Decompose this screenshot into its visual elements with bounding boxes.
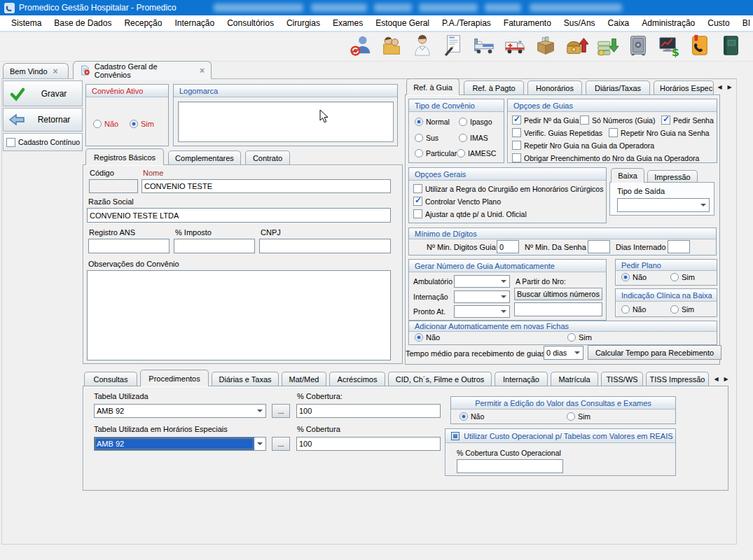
min-senha-input[interactable] <box>588 240 610 253</box>
toolbar-button-phone-book[interactable] <box>687 33 712 58</box>
menu-sistema[interactable]: Sistema <box>5 18 48 28</box>
pedir-plano-sim-radio[interactable]: Sim <box>670 273 695 281</box>
tab-ref-a-guia[interactable]: Ref. à Guia <box>406 78 460 95</box>
tab-scroll-right-icon[interactable]: ▶ <box>725 83 734 92</box>
indicacao-sim-radio[interactable]: Sim <box>670 305 694 314</box>
convenio-ativo-sim-radio[interactable]: Sim <box>130 120 154 128</box>
tab-matricula[interactable]: Matrícula <box>551 372 598 386</box>
tab-diarias-taxas[interactable]: Diárias/Taxas <box>586 80 650 95</box>
ambulatorio-combo[interactable] <box>454 275 510 288</box>
pedir-plano-nao-radio[interactable]: Não <box>621 273 647 281</box>
menu-bi[interactable]: BI <box>736 18 753 28</box>
toolbar-button-expense[interactable] <box>595 33 620 58</box>
pedir-senha-checkbox[interactable]: Pedir Senha <box>661 115 714 125</box>
tabela-especiais-browse-button[interactable]: ... <box>272 437 290 451</box>
tab-procedimentos[interactable]: Procedimentos <box>140 370 209 386</box>
observacoes-textarea[interactable] <box>87 270 391 360</box>
tab-contrato[interactable]: Contrato <box>245 150 290 165</box>
tab-scroll-left-icon[interactable]: ◀ <box>712 374 721 384</box>
tab-acrescimos[interactable]: Acréscimos <box>329 372 385 386</box>
so-numeros-checkbox[interactable]: Só Números (Guia) <box>580 115 655 125</box>
cadastro-continuo-checkbox[interactable]: Cadastro Contínuo <box>3 133 83 151</box>
menu-sus-ans[interactable]: Sus/Ans <box>558 18 602 28</box>
codigo-input[interactable] <box>89 179 138 193</box>
convenio-ativo-nao-radio[interactable]: Não <box>93 120 118 128</box>
toolbar-button-doctor[interactable] <box>410 33 435 58</box>
close-tab-icon[interactable]: × <box>200 66 205 76</box>
tab-registros-basicos[interactable]: Registros Básicos <box>85 148 164 165</box>
tab-impressao[interactable]: Impressão <box>647 170 698 183</box>
menu-internacao[interactable]: Internação <box>168 18 221 28</box>
menu-caixa[interactable]: Caixa <box>602 18 636 28</box>
tab-tiss-impressao[interactable]: TISS Impressão <box>646 372 709 386</box>
menu-consultorios[interactable]: Consultórios <box>221 18 280 28</box>
ajustar-qtde-checkbox[interactable]: Ajustar a qtde p/ a Unid. Oficial <box>413 209 527 218</box>
toolbar-button-ambulance[interactable] <box>502 33 527 58</box>
logomarca-image-box[interactable] <box>178 102 394 142</box>
permitir-nao-radio[interactable]: Não <box>460 412 484 421</box>
tab-cadastro-geral-convenios[interactable]: Cadastro Geral de Convênios × <box>73 61 212 79</box>
toolbar-button-contacts-sync[interactable] <box>348 33 373 58</box>
toolbar-button-contract[interactable] <box>441 33 466 58</box>
indicacao-nao-radio[interactable]: Não <box>621 305 646 314</box>
a-partir-input[interactable] <box>514 302 602 316</box>
repetir-nro-senha-checkbox[interactable]: Repetir Nro Guia na Senha <box>609 128 710 137</box>
verific-guias-repetidas-checkbox[interactable]: Verific. Guias Repetidas <box>512 128 602 137</box>
menu-custo[interactable]: Custo <box>701 18 735 28</box>
toolbar-button-patients-folder[interactable] <box>379 33 404 58</box>
cobertura2-input[interactable] <box>296 437 441 451</box>
dias-internado-input[interactable] <box>668 240 690 253</box>
tipo-imas-radio[interactable]: IMAS <box>459 134 488 142</box>
tab-horarios-especiais[interactable]: Horários Especiais <box>654 80 714 95</box>
cobertura1-input[interactable] <box>296 404 441 418</box>
imposto-input[interactable] <box>174 239 255 253</box>
permitir-sim-radio[interactable]: Sim <box>567 412 590 421</box>
tab-scroll-right-icon[interactable]: ▶ <box>721 374 731 384</box>
toolbar-button-revenue[interactable] <box>564 33 589 58</box>
regra-cirurgiao-checkbox[interactable]: Utilizar a Regra do Cirurgião em Honorár… <box>413 184 603 193</box>
tab-mat-med[interactable]: Mat/Med <box>282 372 326 386</box>
toolbar-button-stock[interactable] <box>533 33 558 58</box>
obrigar-preenchimento-checkbox[interactable]: Obrigar Preenchimento do Nro da Guia na … <box>512 153 699 162</box>
tabela-browse-button[interactable]: ... <box>272 404 290 418</box>
nome-input[interactable] <box>141 179 391 193</box>
tipo-iamesc-radio[interactable]: IAMESC <box>457 149 496 158</box>
tab-cid-chs-filme[interactable]: CID, Ch´s, Filme e Outros <box>388 372 492 386</box>
menu-base-de-dados[interactable]: Base de Dados <box>48 18 118 28</box>
tab-baixa[interactable]: Baixa <box>611 168 644 183</box>
buscar-ultimos-numeros-button[interactable]: Buscar últimos números <box>514 288 602 300</box>
tempo-medio-combo[interactable]: 0 dias <box>544 346 583 360</box>
razao-social-input[interactable] <box>87 208 391 223</box>
menu-pa-terapias[interactable]: P.A./Terapias <box>436 18 497 28</box>
calcular-tempo-button[interactable]: Calcular Tempo para Recebimento <box>588 345 721 360</box>
tipo-ipasgo-radio[interactable]: Ipasgo <box>459 118 492 126</box>
tipo-saida-combo[interactable] <box>617 198 710 212</box>
tab-bem-vindo[interactable]: Bem Vindo × <box>3 63 69 79</box>
custo-operacional-checkbox[interactable] <box>451 432 460 440</box>
repetir-nro-guia-operadora-checkbox[interactable]: Repetir Nro Guia na Guia da Operadora <box>512 141 654 150</box>
close-tab-icon[interactable]: × <box>53 66 58 76</box>
min-digitos-guia-input[interactable] <box>497 240 519 253</box>
tabela-especiais-combo[interactable]: AMB 92 <box>94 437 266 451</box>
internacao-combo[interactable] <box>454 290 510 303</box>
menu-estoque-geral[interactable]: Estoque Geral <box>369 18 436 28</box>
retornar-button[interactable]: Retornar <box>3 108 83 132</box>
fichas-nao-radio[interactable]: Não <box>415 333 440 342</box>
tab-complementares[interactable]: Complementares <box>168 150 241 165</box>
tab-diarias-e-taxas[interactable]: Diárias e Taxas <box>212 372 279 386</box>
menu-administracao[interactable]: Administração <box>635 18 701 28</box>
gravar-button[interactable]: Gravar <box>3 80 83 106</box>
tab-scroll-left-icon[interactable]: ◀ <box>715 83 724 92</box>
toolbar-button-safe[interactable] <box>626 33 651 58</box>
fichas-sim-radio[interactable]: Sim <box>567 333 592 342</box>
tab-ref-a-pagto[interactable]: Ref. à Pagto <box>464 80 524 95</box>
tipo-sus-radio[interactable]: Sus <box>415 134 438 142</box>
tipo-normal-radio[interactable]: Normal <box>415 118 450 126</box>
tab-honorarios[interactable]: Honorários <box>527 80 582 95</box>
menu-cirurgias[interactable]: Cirurgias <box>280 18 326 28</box>
tab-internacao-bottom[interactable]: Internação <box>495 372 548 386</box>
tab-consultas[interactable]: Consultas <box>84 372 137 386</box>
menu-recepcao[interactable]: Recepção <box>118 18 168 28</box>
pronto-at-combo[interactable] <box>454 305 510 318</box>
menu-exames[interactable]: Exames <box>326 18 369 28</box>
